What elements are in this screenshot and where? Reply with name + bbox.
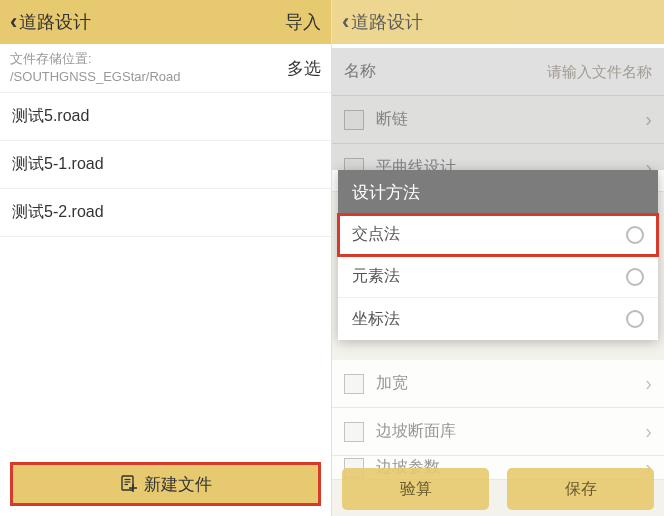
file-name: 测试5-2.road [12, 202, 104, 223]
modal-option-coordinate[interactable]: 坐标法 [338, 298, 658, 340]
header-right: ‹ 道路设计 [332, 0, 664, 44]
file-name: 测试5.road [12, 106, 89, 127]
checkbox-icon[interactable] [344, 374, 364, 394]
chevron-right-icon: › [645, 372, 652, 395]
back-icon[interactable]: ‹ [10, 11, 17, 33]
back-icon[interactable]: ‹ [342, 11, 349, 33]
modal-backdrop[interactable] [332, 48, 664, 170]
file-name: 测试5-1.road [12, 154, 104, 175]
storage-info-row: 文件存储位置: /SOUTHGNSS_EGStar/Road 多选 [0, 44, 331, 93]
modal-option-label: 交点法 [352, 224, 626, 245]
verify-label: 验算 [400, 479, 432, 500]
storage-label: 文件存储位置: [10, 50, 287, 68]
verify-button[interactable]: 验算 [342, 468, 489, 510]
setting-label: 加宽 [376, 373, 633, 394]
setting-label: 边坡断面库 [376, 421, 633, 442]
file-row[interactable]: 测试5-1.road [0, 141, 331, 189]
file-row[interactable]: 测试5-2.road [0, 189, 331, 237]
multi-select-action[interactable]: 多选 [287, 57, 321, 80]
header-title-right: 道路设计 [351, 10, 423, 34]
new-file-button[interactable]: 新建文件 [10, 462, 321, 506]
import-action[interactable]: 导入 [285, 10, 321, 34]
panel-road-design: ‹ 道路设计 名称 断链 › 平曲线设计 › 加宽 › 边坡断面库 › [332, 0, 664, 516]
setting-row-slope-section[interactable]: 边坡断面库 › [332, 408, 664, 456]
new-file-icon [120, 475, 138, 493]
panel-file-list: ‹ 道路设计 导入 文件存储位置: /SOUTHGNSS_EGStar/Road… [0, 0, 332, 516]
radio-icon [626, 310, 644, 328]
modal-option-element[interactable]: 元素法 [338, 256, 658, 298]
chevron-right-icon: › [645, 420, 652, 443]
setting-row-widening[interactable]: 加宽 › [332, 360, 664, 408]
modal-title: 设计方法 [338, 170, 658, 214]
modal-option-intersection[interactable]: 交点法 [338, 214, 658, 256]
storage-path: /SOUTHGNSS_EGStar/Road [10, 68, 287, 86]
header-title-left: 道路设计 [19, 10, 91, 34]
modal-option-label: 坐标法 [352, 309, 626, 330]
save-button[interactable]: 保存 [507, 468, 654, 510]
file-row[interactable]: 测试5.road [0, 93, 331, 141]
design-method-modal: 设计方法 交点法 元素法 坐标法 [338, 170, 658, 340]
save-label: 保存 [565, 479, 597, 500]
modal-option-label: 元素法 [352, 266, 626, 287]
radio-icon [626, 268, 644, 286]
checkbox-icon[interactable] [344, 422, 364, 442]
radio-icon [626, 226, 644, 244]
new-file-label: 新建文件 [144, 473, 212, 496]
header-left: ‹ 道路设计 导入 [0, 0, 331, 44]
